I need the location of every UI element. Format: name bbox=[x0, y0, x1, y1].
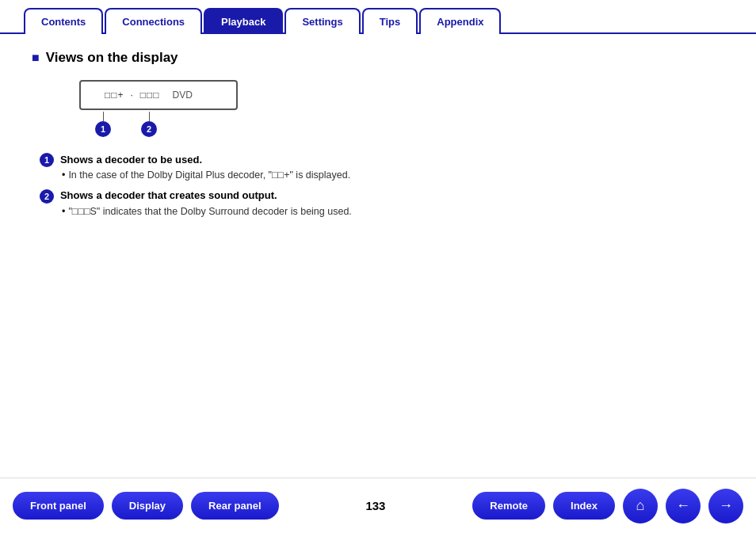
display-symbol2: □□□ bbox=[140, 89, 160, 101]
back-button[interactable]: ← bbox=[666, 489, 701, 523]
bottom-left-buttons: Front panel Display Rear panel bbox=[13, 492, 279, 520]
display-dot: · bbox=[131, 89, 134, 101]
bottom-right-controls: Remote Index ⌂ ← → bbox=[472, 489, 743, 523]
desc-bullet-1: In the case of the Dolby Digital Plus de… bbox=[62, 169, 724, 181]
top-navigation: Contents Connections Playback Settings T… bbox=[0, 0, 756, 34]
desc-bullet-2: "□□□S" indicates that the Dolby Surround… bbox=[62, 206, 724, 217]
display-box: □□+ · □□□ DVD bbox=[79, 80, 238, 110]
tab-appendix[interactable]: Appendix bbox=[419, 8, 501, 34]
home-button[interactable]: ⌂ bbox=[623, 489, 658, 523]
desc-title-1: Shows a decoder to be used. bbox=[60, 154, 202, 166]
tab-settings[interactable]: Settings bbox=[284, 8, 360, 34]
bottom-bar: Front panel Display Rear panel 133 Remot… bbox=[0, 478, 756, 533]
home-icon: ⌂ bbox=[636, 497, 645, 514]
tab-playback[interactable]: Playback bbox=[204, 8, 283, 34]
remote-button[interactable]: Remote bbox=[472, 492, 545, 520]
display-dvd: DVD bbox=[173, 89, 193, 101]
description-item-2: 2 Shows a decoder that creates sound out… bbox=[40, 188, 724, 216]
section-title: Views on the display bbox=[32, 50, 724, 66]
desc-number-2: 2 bbox=[40, 189, 54, 204]
description-item-1: 1 Shows a decoder to be used. In the cas… bbox=[40, 153, 724, 181]
tab-tips[interactable]: Tips bbox=[362, 8, 418, 34]
rear-panel-button[interactable]: Rear panel bbox=[191, 492, 278, 520]
desc-title-2: Shows a decoder that creates sound outpu… bbox=[60, 189, 277, 201]
description-list: 1 Shows a decoder to be used. In the cas… bbox=[40, 153, 724, 217]
index-button[interactable]: Index bbox=[553, 492, 615, 520]
display-area: □□+ · □□□ DVD 1 2 bbox=[79, 80, 724, 137]
display-button[interactable]: Display bbox=[112, 492, 183, 520]
main-content: Views on the display □□+ · □□□ DVD 1 2 bbox=[0, 34, 756, 241]
tab-contents[interactable]: Contents bbox=[24, 8, 103, 34]
back-icon: ← bbox=[676, 497, 690, 514]
callout-number-2: 2 bbox=[141, 121, 157, 137]
desc-number-1: 1 bbox=[40, 153, 54, 167]
display-symbol1: □□+ bbox=[105, 89, 124, 101]
front-panel-button[interactable]: Front panel bbox=[13, 492, 104, 520]
page-number: 133 bbox=[365, 499, 385, 512]
tab-connections[interactable]: Connections bbox=[105, 8, 202, 34]
forward-icon: → bbox=[719, 497, 733, 514]
callout-number-1: 1 bbox=[95, 121, 111, 137]
forward-button[interactable]: → bbox=[708, 489, 743, 523]
